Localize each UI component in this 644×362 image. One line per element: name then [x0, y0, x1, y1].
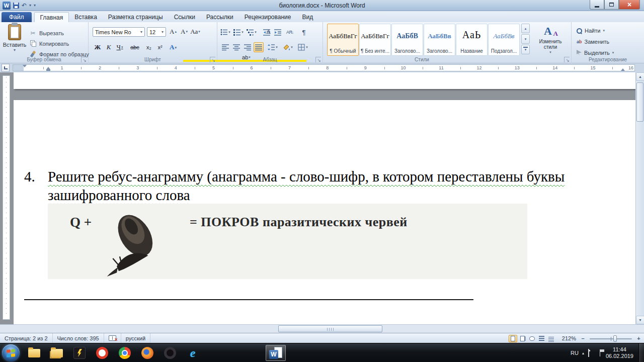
- vertical-ruler[interactable]: [3, 75, 10, 320]
- multilevel-list-button[interactable]: ▾: [247, 27, 257, 37]
- bullets-button[interactable]: ▾: [220, 27, 230, 37]
- italic-button[interactable]: К: [104, 42, 114, 52]
- horizontal-ruler[interactable]: 12345678910111213141516: [13, 64, 635, 71]
- paragraph-dialog-launcher-icon[interactable]: ↘: [315, 57, 321, 62]
- undo-icon[interactable]: ↶: [22, 1, 27, 10]
- shrink-font-button[interactable]: А: [179, 27, 189, 37]
- web-layout-view-button[interactable]: [528, 335, 536, 342]
- styles-scroll-up-icon[interactable]: ▴: [521, 24, 530, 33]
- tab-file[interactable]: Файл: [2, 12, 32, 22]
- vertical-scrollbar[interactable]: ▲ ▼: [635, 72, 644, 324]
- right-indent-marker[interactable]: [621, 68, 625, 71]
- taskbar-chrome-icon[interactable]: [115, 345, 135, 361]
- reading-view-button[interactable]: [518, 335, 527, 342]
- find-button[interactable]: Найти ▾: [577, 26, 605, 35]
- tab-selector[interactable]: [2, 64, 10, 72]
- page-1-bottom[interactable]: [14, 72, 635, 89]
- taskbar-ie-icon[interactable]: e: [183, 345, 203, 361]
- rebus-image[interactable]: Q + = ПОКРОВ паразитических червей: [48, 204, 527, 279]
- style-heading1[interactable]: АаБбВ Заголово...: [391, 24, 423, 56]
- undo-dropdown-icon[interactable]: ▾: [29, 1, 31, 10]
- line-spacing-button[interactable]: ▾: [268, 42, 278, 52]
- chevron-down-icon[interactable]: ▾: [160, 30, 164, 34]
- minimize-button[interactable]: [590, 0, 604, 10]
- style-subtitle[interactable]: АаБбВв Подзагол...: [488, 24, 520, 56]
- language-status[interactable]: русский: [121, 333, 150, 343]
- zoom-in-button[interactable]: +: [635, 335, 642, 341]
- taskbar-media-app-icon[interactable]: [69, 345, 90, 361]
- zoom-slider[interactable]: [590, 335, 632, 342]
- action-center-icon[interactable]: [600, 349, 600, 356]
- change-case-button[interactable]: Аа▾: [190, 27, 200, 37]
- strikethrough-button[interactable]: abc: [130, 42, 140, 52]
- style-heading2[interactable]: АаБбВв Заголово...: [424, 24, 455, 56]
- word-count-indicator[interactable]: Число слов: 395: [53, 333, 104, 343]
- underline-button[interactable]: Ч▾: [115, 42, 125, 52]
- first-line-indent-marker[interactable]: [23, 65, 27, 67]
- align-left-button[interactable]: [220, 42, 230, 52]
- zoom-level[interactable]: 212%: [559, 335, 576, 341]
- show-marks-button[interactable]: ¶: [299, 27, 309, 37]
- horizontal-scrollbar[interactable]: [0, 324, 635, 333]
- styles-scroll-down-icon[interactable]: ▾: [521, 34, 530, 44]
- language-indicator[interactable]: RU: [571, 350, 579, 356]
- word-app-icon[interactable]: W: [3, 2, 11, 10]
- replace-button[interactable]: ab Заменить: [577, 37, 609, 46]
- align-right-button[interactable]: [243, 42, 253, 52]
- show-desktop-button[interactable]: [638, 343, 644, 362]
- scroll-down-icon[interactable]: ▼: [636, 316, 644, 324]
- page-indicator[interactable]: Страница: 2 из 2: [0, 333, 53, 343]
- text-effects-button[interactable]: А▾: [168, 42, 178, 52]
- increase-indent-button[interactable]: [273, 27, 283, 37]
- subscript-button[interactable]: x₂: [144, 42, 154, 52]
- style-normal[interactable]: АаБбВвГг ¶ Обычный: [327, 24, 359, 56]
- font-name-combobox[interactable]: Times New Ro ▾: [93, 27, 145, 37]
- styles-dialog-launcher-icon[interactable]: ↘: [564, 57, 570, 62]
- font-dialog-launcher-icon[interactable]: ↘: [210, 57, 215, 62]
- proofing-status[interactable]: [104, 333, 121, 343]
- taskbar-clock[interactable]: 11:44 06.02.2019: [606, 346, 633, 359]
- left-indent-marker[interactable]: [46, 69, 50, 71]
- justify-button[interactable]: [254, 42, 264, 52]
- taskbar-dark-browser-icon[interactable]: [160, 345, 180, 361]
- print-layout-view-button[interactable]: [509, 335, 517, 342]
- zoom-slider-thumb[interactable]: [613, 335, 617, 342]
- taskbar-word-icon[interactable]: W: [266, 345, 286, 361]
- decrease-indent-button[interactable]: [262, 27, 272, 37]
- align-center-button[interactable]: [231, 42, 242, 52]
- outline-view-button[interactable]: [537, 335, 546, 342]
- styles-gallery-more-icon[interactable]: ▾: [521, 45, 530, 54]
- borders-button[interactable]: ▾: [298, 42, 308, 52]
- taskbar-libraries-icon[interactable]: [47, 345, 67, 361]
- tab-mailings[interactable]: Рассылки: [201, 12, 239, 22]
- numbering-button[interactable]: ▾: [233, 27, 244, 37]
- select-button[interactable]: Выделить ▾: [577, 48, 614, 57]
- grow-font-button[interactable]: А: [168, 27, 178, 37]
- style-no-spacing[interactable]: АаБбВвГг ¶ Без инте...: [359, 24, 391, 56]
- scroll-up-icon[interactable]: ▲: [636, 72, 644, 81]
- clipboard-dialog-launcher-icon[interactable]: ↘: [81, 57, 87, 62]
- taskbar-explorer-icon[interactable]: [24, 345, 44, 361]
- draft-view-button[interactable]: [547, 335, 555, 342]
- tab-view[interactable]: Вид: [296, 12, 318, 22]
- taskbar-opera-icon[interactable]: [92, 345, 112, 361]
- chevron-down-icon[interactable]: ▾: [139, 30, 142, 34]
- style-title[interactable]: АаЬ Название: [456, 24, 488, 56]
- tab-insert[interactable]: Вставка: [69, 12, 103, 22]
- taskbar-firefox-icon[interactable]: [137, 345, 157, 361]
- tab-home[interactable]: Главная: [34, 12, 69, 22]
- tab-page-layout[interactable]: Разметка страницы: [103, 12, 169, 22]
- bold-button[interactable]: Ж: [93, 42, 103, 52]
- tab-review[interactable]: Рецензирование: [239, 12, 297, 22]
- vertical-scroll-thumb[interactable]: [636, 82, 643, 122]
- paste-button[interactable]: Вставить ▾: [3, 24, 26, 58]
- save-icon[interactable]: [13, 1, 19, 10]
- zoom-out-button[interactable]: –: [580, 335, 586, 341]
- cut-button[interactable]: ✂ Вырезать: [29, 28, 64, 38]
- font-size-combobox[interactable]: 12 ▾: [147, 27, 166, 37]
- start-button[interactable]: [2, 344, 20, 361]
- page-2[interactable]: 4. Решите ребус-анаграмму (анаграмма - с…: [14, 100, 635, 324]
- horizontal-scroll-thumb[interactable]: [278, 325, 382, 332]
- superscript-button[interactable]: x²: [155, 42, 165, 52]
- battery-icon[interactable]: [588, 349, 589, 356]
